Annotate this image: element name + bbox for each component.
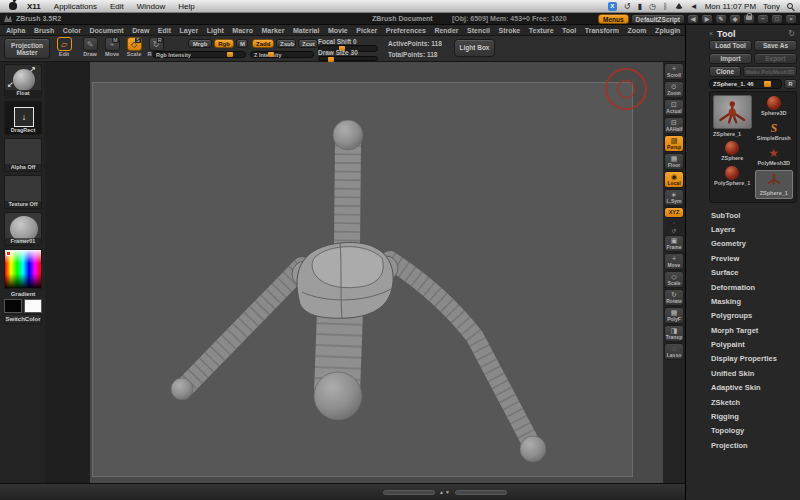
palette-macro[interactable]: Macro <box>232 27 253 34</box>
menu-help[interactable]: Help <box>178 2 194 11</box>
document-canvas[interactable] <box>90 62 663 483</box>
palette-button[interactable]: ◈ <box>729 14 741 24</box>
tool-thumb-simplebrush[interactable]: S SimpleBrush <box>755 120 794 143</box>
palette-alpha[interactable]: Alpha <box>6 27 25 34</box>
active-tool-thumb[interactable] <box>713 95 752 129</box>
section-polygroups[interactable]: Polygroups <box>709 309 797 323</box>
palette-color[interactable]: Color <box>63 27 81 34</box>
switch-color-button[interactable]: SwitchColor <box>4 314 42 324</box>
menu-edit[interactable]: Edit <box>110 2 124 11</box>
secondary-color-swatch[interactable] <box>24 299 42 313</box>
m-button[interactable]: M <box>236 39 248 48</box>
axis-toggle-1[interactable]: ◦ <box>664 219 684 227</box>
palette-material[interactable]: Material <box>293 27 319 34</box>
current-texture-thumb[interactable]: Texture Off <box>4 175 42 209</box>
current-material-thumb[interactable]: Framer01 <box>4 212 42 246</box>
import-button[interactable]: Import <box>709 53 752 64</box>
section-surface[interactable]: Surface <box>709 266 797 280</box>
z-intensity-handle[interactable] <box>268 52 274 57</box>
palette-stroke[interactable]: Stroke <box>498 27 520 34</box>
current-stroke-thumb[interactable]: ↓ DragRect <box>4 101 42 135</box>
scale-nav-button[interactable]: ◇Scale <box>664 271 684 288</box>
color-picker[interactable] <box>4 249 42 289</box>
section-topology[interactable]: Topology <box>709 424 797 438</box>
zsphere-model[interactable] <box>171 120 546 462</box>
clone-button[interactable]: Clone <box>709 66 741 77</box>
local-button[interactable]: ◉Local <box>664 171 684 188</box>
frame-button[interactable]: ▣Frame <box>664 235 684 252</box>
tool-thumb-polysphere[interactable]: PolySphere_1 <box>713 165 752 188</box>
section-display-properties[interactable]: Display Properties <box>709 352 797 366</box>
palette-movie[interactable]: Movie <box>328 27 348 34</box>
x11-dock-icon[interactable]: X <box>608 2 617 11</box>
rgb-button[interactable]: Rgb <box>214 39 234 48</box>
palette-stencil[interactable]: Stencil <box>467 27 490 34</box>
mrgb-button[interactable]: Mrgb <box>188 39 212 48</box>
scale-mode-button[interactable]: ◇S Scale <box>124 37 144 57</box>
palette-texture[interactable]: Texture <box>529 27 554 34</box>
tray-close-icon[interactable]: × <box>709 30 713 37</box>
tool-item-slider-handle[interactable] <box>764 81 771 87</box>
menus-toggle-button[interactable]: Menus <box>598 14 629 24</box>
palette-zoom[interactable]: Zoom <box>628 27 647 34</box>
volume-icon[interactable]: ◄ <box>690 2 698 11</box>
section-zsketch[interactable]: ZSketch <box>709 395 797 409</box>
section-adaptive-skin[interactable]: Adaptive Skin <box>709 381 797 395</box>
xyz-button[interactable]: XYZ <box>664 207 684 218</box>
aahalf-button[interactable]: ⊟AAHalf <box>664 117 684 134</box>
section-rigging[interactable]: Rigging <box>709 409 797 423</box>
polyframe-button[interactable]: ▦PolyF <box>664 307 684 324</box>
tool-thumb-zsphere1-selected[interactable]: ZSphere_1 <box>755 170 794 199</box>
palette-brush[interactable]: Brush <box>34 27 54 34</box>
section-masking[interactable]: Masking <box>709 294 797 308</box>
persp-button[interactable]: ▨Persp <box>664 135 684 152</box>
zoom-button[interactable]: ⊙Zoom <box>664 81 684 98</box>
palette-document[interactable]: Document <box>89 27 123 34</box>
section-preview[interactable]: Preview <box>709 251 797 265</box>
rotate-nav-button[interactable]: ↻Rotate <box>664 289 684 306</box>
tool-item-slider[interactable]: ZSphere_1. 46 <box>709 79 782 89</box>
transp-button[interactable]: ◨Transp <box>664 325 684 342</box>
section-geometry[interactable]: Geometry <box>709 237 797 251</box>
displays-icon[interactable]: ▮ <box>638 2 642 11</box>
next-button[interactable]: ▶ <box>701 14 713 24</box>
section-layers[interactable]: Layers <box>709 222 797 236</box>
maximize-button[interactable]: □ <box>771 14 783 24</box>
z-intensity-slider[interactable]: Z Intensity <box>250 51 314 58</box>
apple-menu-icon[interactable] <box>9 2 17 10</box>
zcut-button[interactable]: Zcut <box>298 39 318 48</box>
clock-icon[interactable]: ◷ <box>649 2 656 11</box>
move-nav-button[interactable]: +Move <box>664 253 684 270</box>
floor-button[interactable]: ▦Floor <box>664 153 684 170</box>
palette-light[interactable]: Light <box>207 27 224 34</box>
zadd-button[interactable]: Zadd <box>252 39 274 48</box>
wifi-icon[interactable] <box>675 3 683 9</box>
canvas-scroll-slider-left[interactable] <box>383 490 435 495</box>
section-unified-skin[interactable]: Unified Skin <box>709 366 797 380</box>
move-mode-button[interactable]: +M Move <box>102 37 122 57</box>
palette-layer[interactable]: Layer <box>180 27 199 34</box>
menu-x11[interactable]: X11 <box>27 2 41 11</box>
menu-applications[interactable]: Applications <box>54 2 97 11</box>
palette-marker[interactable]: Marker <box>261 27 284 34</box>
bluetooth-icon[interactable]: ᛒ <box>663 2 668 11</box>
scroll-button[interactable]: +Scroll <box>664 63 684 80</box>
lasso-button[interactable]: ◌Lasso <box>664 343 684 360</box>
menubar-clock[interactable]: Mon 11:07 PM <box>705 2 756 11</box>
menu-window[interactable]: Window <box>137 2 165 11</box>
tool-thumb-zsphere[interactable]: ZSphere <box>713 140 752 163</box>
palette-preferences[interactable]: Preferences <box>386 27 426 34</box>
prev-button[interactable]: ◀ <box>687 14 699 24</box>
restore-config-button[interactable]: R <box>784 79 797 89</box>
light-box-button[interactable]: Light Box <box>454 39 495 57</box>
actual-button[interactable]: ⊡Actual <box>664 99 684 116</box>
menubar-user[interactable]: Tony <box>763 2 780 11</box>
section-polypaint[interactable]: Polypaint <box>709 337 797 351</box>
tool-thumb-polymesh3d[interactable]: ★ PolyMesh3D <box>755 145 794 168</box>
section-morph-target[interactable]: Morph Target <box>709 323 797 337</box>
palette-draw[interactable]: Draw <box>132 27 149 34</box>
default-zscript-button[interactable]: DefaultZScript <box>631 14 685 24</box>
palette-render[interactable]: Render <box>434 27 458 34</box>
canvas-scroll-slider-right[interactable] <box>455 490 507 495</box>
timemachine-icon[interactable]: ↺ <box>624 2 631 11</box>
